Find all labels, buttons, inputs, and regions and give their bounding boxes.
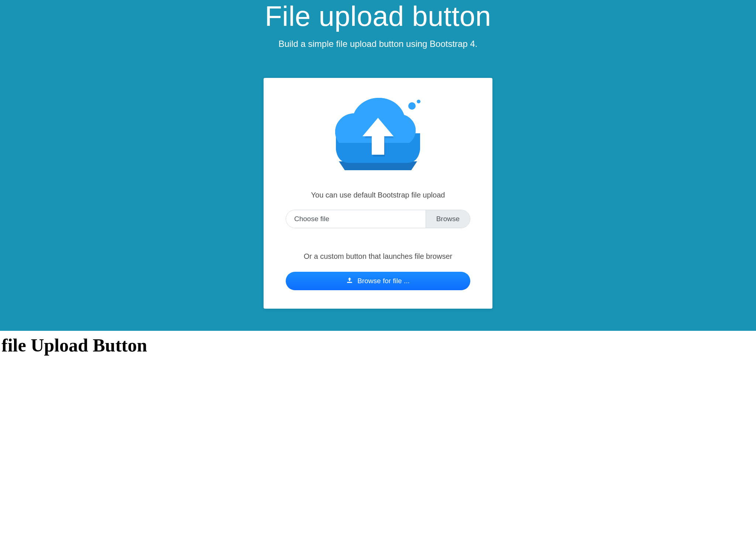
upload-icon xyxy=(346,277,353,285)
svg-point-0 xyxy=(408,102,416,110)
custom-upload-label: Or a custom button that launches file br… xyxy=(286,251,470,261)
browse-for-file-button[interactable]: Browse for file ... xyxy=(286,272,470,290)
browse-label-button[interactable]: Browse xyxy=(426,210,470,228)
footer-title: file Upload Button xyxy=(0,331,756,359)
page-title: File upload button xyxy=(7,0,749,32)
file-input-placeholder[interactable]: Choose file xyxy=(286,210,426,228)
default-upload-label: You can use default Bootstrap file uploa… xyxy=(286,191,470,199)
svg-rect-9 xyxy=(347,282,353,283)
hero-section: File upload button Build a simple file u… xyxy=(0,0,756,331)
page-subtitle: Build a simple file upload button using … xyxy=(7,39,749,49)
cloud-upload-icon xyxy=(286,96,470,177)
browse-button-label: Browse for file ... xyxy=(357,277,410,285)
svg-point-1 xyxy=(417,100,420,103)
file-input-group[interactable]: Choose file Browse xyxy=(286,210,470,228)
upload-card: You can use default Bootstrap file uploa… xyxy=(264,78,492,309)
